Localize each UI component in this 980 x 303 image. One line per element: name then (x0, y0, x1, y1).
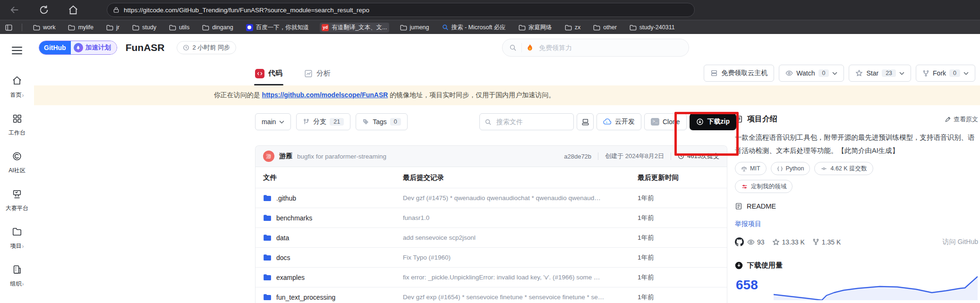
star-button[interactable]: Star 23 (849, 65, 911, 82)
accel-badge-label: 加速计划 (85, 43, 111, 52)
customize-domain-pill[interactable]: 定制我的领域 (735, 180, 793, 193)
download-zip-button[interactable]: 下载zip (690, 113, 736, 130)
clone-button[interactable]: >_ Clone (644, 113, 687, 130)
visit-github-link[interactable]: 访问 GitHub (943, 238, 978, 246)
back-icon[interactable] (9, 5, 20, 15)
file-commit-message[interactable]: Dev gzf exp (#1654) * sensevoice finetun… (403, 294, 638, 301)
bookmark-jumeng[interactable]: jumeng (398, 23, 431, 32)
branch-selector[interactable]: main (255, 113, 291, 130)
file-commit-message[interactable]: add sensevoice scp2jsonl (403, 234, 638, 241)
file-search-input[interactable] (495, 118, 563, 126)
file-name-cell[interactable]: .github (263, 194, 403, 202)
bookmark-label: jumeng (410, 24, 429, 31)
sync-status-pill[interactable]: 2 小时前 同步 (177, 41, 236, 54)
language-pill[interactable]: Python (771, 162, 810, 175)
tags-button[interactable]: Tags 0 (356, 113, 408, 130)
cloud-icon (603, 118, 612, 125)
table-row[interactable]: benchmarks funasr1.0 1年前 (256, 208, 727, 227)
watch-button[interactable]: Watch 0 (779, 65, 844, 82)
sidebar-item-workbench[interactable]: 工作台 (6, 113, 28, 137)
search-icon (485, 118, 492, 126)
bookmark-bing-search[interactable]: 搜索 - Microsoft 必应 (440, 23, 508, 33)
commit-message[interactable]: bugfix for paraformer-streaming (297, 153, 386, 160)
sidebar-panel-icon[interactable] (5, 24, 13, 32)
web-ide-button[interactable] (577, 113, 594, 130)
free-cloud-host-button[interactable]: 免费领取云主机 (704, 65, 774, 82)
chevron-down-icon (963, 72, 969, 75)
hamburger-menu-icon[interactable] (12, 44, 22, 57)
file-updated-time: 1年前 (638, 194, 719, 202)
bookmark-other[interactable]: other (591, 23, 619, 32)
github-stars[interactable]: 13.33 K (772, 238, 805, 246)
url-bar[interactable]: https://gitcode.com/GitHub_Trending/fun/… (107, 3, 695, 17)
file-name-cell[interactable]: docs (263, 254, 403, 261)
view-original-link[interactable]: 查看原文 (945, 115, 978, 124)
file-commit-message[interactable]: fix error: _pickle.UnpicklingError: inva… (403, 274, 638, 281)
cloud-dev-button[interactable]: 云开发 (597, 113, 641, 130)
fork-button[interactable]: Fork 0 (916, 65, 975, 82)
commit-author[interactable]: 游雁 (279, 152, 292, 160)
tab-code[interactable]: 代码 (255, 61, 282, 85)
github-stars-count: 13.33 K (782, 238, 805, 246)
bookmark-dingang[interactable]: dingang (200, 23, 235, 32)
bookmark-study-240311[interactable]: study-240311 (628, 23, 677, 32)
tab-analysis[interactable]: 分析 (304, 61, 331, 85)
customize-row: 定制我的领域 (735, 180, 978, 193)
global-search-input[interactable] (538, 43, 682, 52)
sidebar-item-home[interactable]: 首页› (6, 76, 28, 99)
sidebar-item-organizations[interactable]: 组织› (6, 264, 28, 288)
github-watchers[interactable]: 93 (747, 238, 765, 246)
commit-hash[interactable]: a28de72b (564, 153, 591, 160)
code-icon (255, 69, 264, 78)
report-project-link[interactable]: 举报项目 (735, 220, 978, 228)
search-icon (509, 44, 517, 51)
watch-label: Watch (796, 69, 815, 77)
table-row[interactable]: .github Dev gzf (#1475) * qwenaudio qwen… (256, 188, 727, 208)
sidebar-item-projects[interactable]: 项目› (6, 227, 28, 250)
bookmark-home-network[interactable]: 家庭网络 (517, 23, 554, 33)
bookmark-label: mylife (78, 24, 94, 31)
fork-icon (922, 70, 929, 77)
bookmark-youdao[interactable]: yd 有道翻译_文本、文... (320, 23, 389, 33)
bookmark-mylife[interactable]: mylife (66, 23, 95, 32)
table-row[interactable]: fun_text_processing Dev gzf exp (#1654) … (256, 287, 727, 303)
bookmark-baidu[interactable]: 百度一下，你就知道 (244, 23, 311, 33)
watch-eye-icon (785, 69, 793, 77)
file-name-cell[interactable]: fun_text_processing (263, 294, 403, 301)
bookmark-label: 有道翻译_文本、文... (332, 24, 387, 32)
commits-pill[interactable]: 4.62 K 提交数 (814, 162, 873, 175)
file-commit-message[interactable]: Dev gzf (#1475) * qwenaudio qwenaudiocha… (403, 194, 638, 202)
home-icon[interactable] (68, 5, 78, 15)
download-zip-label: 下载zip (707, 118, 730, 126)
global-search-bar[interactable] (502, 39, 689, 57)
commit-count-link[interactable]: 4615次提交 (678, 152, 719, 160)
github-stats-row: 93 13.33 K 1.35 K 访问 GitHub (735, 237, 978, 246)
file-commit-message[interactable]: Fix Typo (#1960) (403, 254, 638, 261)
reload-icon[interactable] (39, 5, 49, 15)
document-icon (735, 115, 743, 123)
branches-button[interactable]: 分支 21 (296, 113, 350, 130)
bookmark-utils[interactable]: utils (167, 23, 191, 32)
bookmark-study[interactable]: study (130, 23, 158, 32)
sidebar-item-ai-community[interactable]: AI社区 (6, 151, 28, 175)
table-row[interactable]: examples fix error: _pickle.UnpicklingEr… (256, 267, 727, 287)
table-row[interactable]: docs Fix Typo (#1960) 1年前 (256, 247, 727, 267)
readme-link[interactable]: README (735, 202, 978, 210)
sidebar-item-contest-platform[interactable]: 大赛平台 (6, 189, 28, 212)
analysis-chart-icon (304, 69, 313, 78)
github-forks[interactable]: 1.35 K (812, 238, 841, 246)
bookmark-work[interactable]: work (31, 23, 57, 32)
file-search-box[interactable] (479, 113, 574, 130)
file-name-cell[interactable]: benchmarks (263, 214, 403, 222)
banner-github-link[interactable]: https://github.com/modelscope/FunASR (262, 91, 388, 99)
github-accel-badge[interactable]: GitHub 加速计划 (39, 41, 117, 55)
file-commit-message[interactable]: funasr1.0 (403, 214, 638, 221)
license-pill[interactable]: MIT (735, 162, 767, 175)
bookmark-label: other (603, 24, 617, 31)
bookmark-zx[interactable]: zx (563, 23, 583, 32)
bookmark-jr[interactable]: jr (104, 23, 121, 32)
file-name-cell[interactable]: data (263, 234, 403, 242)
file-name-cell[interactable]: examples (263, 274, 403, 281)
braces-icon (777, 166, 783, 172)
table-row[interactable]: data add sensevoice scp2jsonl 1年前 (256, 227, 727, 247)
